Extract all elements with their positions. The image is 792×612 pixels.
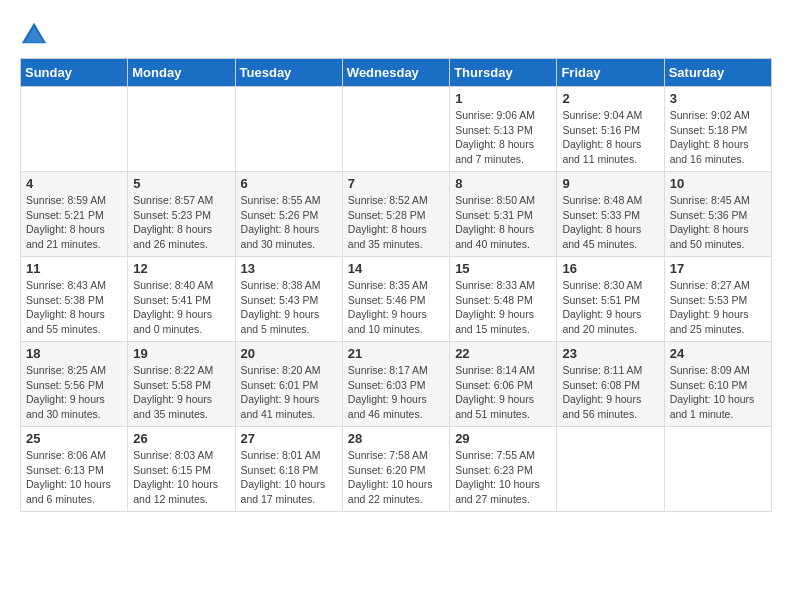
- day-header-wednesday: Wednesday: [342, 59, 449, 87]
- day-detail: Sunrise: 8:50 AMSunset: 5:31 PMDaylight:…: [455, 193, 551, 252]
- day-detail: Sunrise: 8:03 AMSunset: 6:15 PMDaylight:…: [133, 448, 229, 507]
- calendar-cell: 23Sunrise: 8:11 AMSunset: 6:08 PMDayligh…: [557, 342, 664, 427]
- day-detail: Sunrise: 7:58 AMSunset: 6:20 PMDaylight:…: [348, 448, 444, 507]
- day-number: 14: [348, 261, 444, 276]
- calendar-cell: 17Sunrise: 8:27 AMSunset: 5:53 PMDayligh…: [664, 257, 771, 342]
- day-detail: Sunrise: 9:04 AMSunset: 5:16 PMDaylight:…: [562, 108, 658, 167]
- day-number: 21: [348, 346, 444, 361]
- day-number: 4: [26, 176, 122, 191]
- calendar-cell: 5Sunrise: 8:57 AMSunset: 5:23 PMDaylight…: [128, 172, 235, 257]
- day-header-thursday: Thursday: [450, 59, 557, 87]
- calendar-cell: 4Sunrise: 8:59 AMSunset: 5:21 PMDaylight…: [21, 172, 128, 257]
- day-number: 1: [455, 91, 551, 106]
- day-detail: Sunrise: 9:02 AMSunset: 5:18 PMDaylight:…: [670, 108, 766, 167]
- day-number: 27: [241, 431, 337, 446]
- calendar-cell: 26Sunrise: 8:03 AMSunset: 6:15 PMDayligh…: [128, 427, 235, 512]
- day-detail: Sunrise: 8:22 AMSunset: 5:58 PMDaylight:…: [133, 363, 229, 422]
- day-detail: Sunrise: 8:35 AMSunset: 5:46 PMDaylight:…: [348, 278, 444, 337]
- page-header: [20, 20, 772, 48]
- day-number: 11: [26, 261, 122, 276]
- day-number: 9: [562, 176, 658, 191]
- calendar-cell: 7Sunrise: 8:52 AMSunset: 5:28 PMDaylight…: [342, 172, 449, 257]
- day-number: 7: [348, 176, 444, 191]
- day-detail: Sunrise: 8:14 AMSunset: 6:06 PMDaylight:…: [455, 363, 551, 422]
- day-detail: Sunrise: 8:25 AMSunset: 5:56 PMDaylight:…: [26, 363, 122, 422]
- calendar-week-3: 11Sunrise: 8:43 AMSunset: 5:38 PMDayligh…: [21, 257, 772, 342]
- day-detail: Sunrise: 8:17 AMSunset: 6:03 PMDaylight:…: [348, 363, 444, 422]
- day-number: 23: [562, 346, 658, 361]
- calendar-header: SundayMondayTuesdayWednesdayThursdayFrid…: [21, 59, 772, 87]
- calendar-cell: 13Sunrise: 8:38 AMSunset: 5:43 PMDayligh…: [235, 257, 342, 342]
- day-number: 3: [670, 91, 766, 106]
- day-number: 10: [670, 176, 766, 191]
- calendar-cell: 18Sunrise: 8:25 AMSunset: 5:56 PMDayligh…: [21, 342, 128, 427]
- calendar-cell: 1Sunrise: 9:06 AMSunset: 5:13 PMDaylight…: [450, 87, 557, 172]
- day-detail: Sunrise: 8:01 AMSunset: 6:18 PMDaylight:…: [241, 448, 337, 507]
- day-detail: Sunrise: 8:55 AMSunset: 5:26 PMDaylight:…: [241, 193, 337, 252]
- day-detail: Sunrise: 8:48 AMSunset: 5:33 PMDaylight:…: [562, 193, 658, 252]
- day-number: 28: [348, 431, 444, 446]
- calendar-week-4: 18Sunrise: 8:25 AMSunset: 5:56 PMDayligh…: [21, 342, 772, 427]
- day-number: 12: [133, 261, 229, 276]
- day-detail: Sunrise: 9:06 AMSunset: 5:13 PMDaylight:…: [455, 108, 551, 167]
- day-detail: Sunrise: 8:40 AMSunset: 5:41 PMDaylight:…: [133, 278, 229, 337]
- day-number: 17: [670, 261, 766, 276]
- calendar-cell: 12Sunrise: 8:40 AMSunset: 5:41 PMDayligh…: [128, 257, 235, 342]
- day-detail: Sunrise: 7:55 AMSunset: 6:23 PMDaylight:…: [455, 448, 551, 507]
- day-number: 18: [26, 346, 122, 361]
- day-detail: Sunrise: 8:20 AMSunset: 6:01 PMDaylight:…: [241, 363, 337, 422]
- calendar-cell: 11Sunrise: 8:43 AMSunset: 5:38 PMDayligh…: [21, 257, 128, 342]
- day-detail: Sunrise: 8:57 AMSunset: 5:23 PMDaylight:…: [133, 193, 229, 252]
- day-header-tuesday: Tuesday: [235, 59, 342, 87]
- calendar-cell: 6Sunrise: 8:55 AMSunset: 5:26 PMDaylight…: [235, 172, 342, 257]
- day-detail: Sunrise: 8:38 AMSunset: 5:43 PMDaylight:…: [241, 278, 337, 337]
- calendar-cell: [235, 87, 342, 172]
- calendar-cell: [342, 87, 449, 172]
- calendar-cell: 16Sunrise: 8:30 AMSunset: 5:51 PMDayligh…: [557, 257, 664, 342]
- calendar-cell: 9Sunrise: 8:48 AMSunset: 5:33 PMDaylight…: [557, 172, 664, 257]
- calendar-cell: 8Sunrise: 8:50 AMSunset: 5:31 PMDaylight…: [450, 172, 557, 257]
- day-header-saturday: Saturday: [664, 59, 771, 87]
- calendar-cell: 21Sunrise: 8:17 AMSunset: 6:03 PMDayligh…: [342, 342, 449, 427]
- day-detail: Sunrise: 8:27 AMSunset: 5:53 PMDaylight:…: [670, 278, 766, 337]
- calendar-cell: 28Sunrise: 7:58 AMSunset: 6:20 PMDayligh…: [342, 427, 449, 512]
- calendar-cell: [664, 427, 771, 512]
- day-number: 6: [241, 176, 337, 191]
- day-number: 24: [670, 346, 766, 361]
- calendar-cell: 24Sunrise: 8:09 AMSunset: 6:10 PMDayligh…: [664, 342, 771, 427]
- calendar-cell: 10Sunrise: 8:45 AMSunset: 5:36 PMDayligh…: [664, 172, 771, 257]
- calendar-week-2: 4Sunrise: 8:59 AMSunset: 5:21 PMDaylight…: [21, 172, 772, 257]
- calendar-cell: 15Sunrise: 8:33 AMSunset: 5:48 PMDayligh…: [450, 257, 557, 342]
- day-number: 2: [562, 91, 658, 106]
- day-number: 19: [133, 346, 229, 361]
- day-header-friday: Friday: [557, 59, 664, 87]
- day-number: 15: [455, 261, 551, 276]
- day-number: 26: [133, 431, 229, 446]
- logo: [20, 20, 52, 48]
- calendar-cell: 29Sunrise: 7:55 AMSunset: 6:23 PMDayligh…: [450, 427, 557, 512]
- calendar-cell: 14Sunrise: 8:35 AMSunset: 5:46 PMDayligh…: [342, 257, 449, 342]
- calendar-cell: [21, 87, 128, 172]
- calendar-cell: [128, 87, 235, 172]
- day-header-monday: Monday: [128, 59, 235, 87]
- day-detail: Sunrise: 8:45 AMSunset: 5:36 PMDaylight:…: [670, 193, 766, 252]
- calendar-cell: [557, 427, 664, 512]
- calendar-cell: 19Sunrise: 8:22 AMSunset: 5:58 PMDayligh…: [128, 342, 235, 427]
- calendar-cell: 22Sunrise: 8:14 AMSunset: 6:06 PMDayligh…: [450, 342, 557, 427]
- day-number: 20: [241, 346, 337, 361]
- calendar-cell: 27Sunrise: 8:01 AMSunset: 6:18 PMDayligh…: [235, 427, 342, 512]
- calendar-cell: 20Sunrise: 8:20 AMSunset: 6:01 PMDayligh…: [235, 342, 342, 427]
- calendar-week-1: 1Sunrise: 9:06 AMSunset: 5:13 PMDaylight…: [21, 87, 772, 172]
- calendar-cell: 3Sunrise: 9:02 AMSunset: 5:18 PMDaylight…: [664, 87, 771, 172]
- day-number: 8: [455, 176, 551, 191]
- day-number: 22: [455, 346, 551, 361]
- logo-icon: [20, 20, 48, 48]
- day-detail: Sunrise: 8:06 AMSunset: 6:13 PMDaylight:…: [26, 448, 122, 507]
- day-detail: Sunrise: 8:33 AMSunset: 5:48 PMDaylight:…: [455, 278, 551, 337]
- day-detail: Sunrise: 8:59 AMSunset: 5:21 PMDaylight:…: [26, 193, 122, 252]
- day-detail: Sunrise: 8:52 AMSunset: 5:28 PMDaylight:…: [348, 193, 444, 252]
- day-detail: Sunrise: 8:30 AMSunset: 5:51 PMDaylight:…: [562, 278, 658, 337]
- day-detail: Sunrise: 8:43 AMSunset: 5:38 PMDaylight:…: [26, 278, 122, 337]
- day-number: 13: [241, 261, 337, 276]
- calendar-table: SundayMondayTuesdayWednesdayThursdayFrid…: [20, 58, 772, 512]
